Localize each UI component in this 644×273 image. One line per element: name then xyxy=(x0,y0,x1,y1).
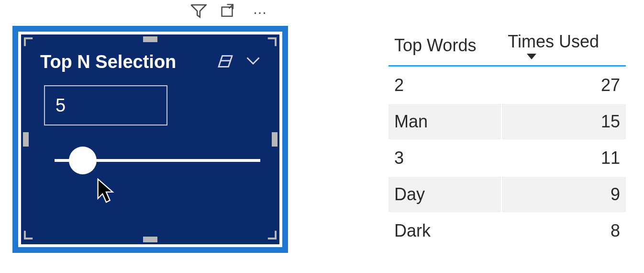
col-top-words-label: Top Words xyxy=(394,35,476,55)
resize-handle-tr[interactable] xyxy=(264,37,277,52)
table-row[interactable]: 3 11 xyxy=(389,140,626,176)
resize-handle-l[interactable] xyxy=(23,132,29,147)
table-header-row: Top Words Times Used xyxy=(389,29,626,64)
top-n-input[interactable] xyxy=(44,85,167,125)
slider-thumb[interactable] xyxy=(69,147,97,174)
cell-count: 15 xyxy=(502,104,626,139)
resize-handle-bl[interactable] xyxy=(24,227,36,241)
svg-rect-0 xyxy=(222,7,233,16)
slicer-body: Top N Selection xyxy=(21,34,279,244)
cell-count: 9 xyxy=(502,177,626,212)
cell-word: 2 xyxy=(389,68,501,103)
cell-word: 3 xyxy=(389,140,501,176)
filter-icon[interactable] xyxy=(190,4,207,20)
cell-count: 8 xyxy=(502,213,626,249)
sort-desc-icon xyxy=(527,54,536,59)
table-row[interactable]: 2 27 xyxy=(389,68,626,103)
svg-marker-4 xyxy=(98,179,113,202)
resize-handle-b[interactable] xyxy=(143,237,157,242)
cell-word: Man xyxy=(389,104,501,139)
resize-handle-br[interactable] xyxy=(264,227,277,241)
cell-word: Dark xyxy=(389,213,501,249)
chevron-down-icon[interactable] xyxy=(246,56,260,68)
resize-handle-t[interactable] xyxy=(143,36,157,42)
cell-count: 11 xyxy=(502,140,626,176)
header-separator xyxy=(389,65,626,67)
col-times-used-label: Times Used xyxy=(508,32,599,52)
cell-count: 27 xyxy=(502,68,626,103)
resize-handle-r[interactable] xyxy=(272,132,278,147)
resize-handle-tl[interactable] xyxy=(24,37,36,52)
eraser-icon[interactable] xyxy=(217,55,233,70)
col-times-used[interactable]: Times Used xyxy=(502,29,626,64)
table-row[interactable]: Man 15 xyxy=(389,104,626,139)
slicer-title: Top N Selection xyxy=(40,52,217,72)
cell-word: Day xyxy=(389,177,501,212)
visual-header: … xyxy=(12,0,288,24)
more-icon[interactable]: … xyxy=(253,7,269,11)
col-top-words[interactable]: Top Words xyxy=(389,29,501,64)
mouse-cursor-icon xyxy=(97,178,116,206)
table-row[interactable]: Dark 8 xyxy=(389,213,626,249)
top-words-table: Top Words Times Used 2 27 Man 15 3 11 Da… xyxy=(388,28,627,250)
focus-mode-icon[interactable] xyxy=(221,4,238,20)
table-row[interactable]: Day 9 xyxy=(389,177,626,212)
slicer-visual-selected[interactable]: Top N Selection xyxy=(12,26,288,253)
